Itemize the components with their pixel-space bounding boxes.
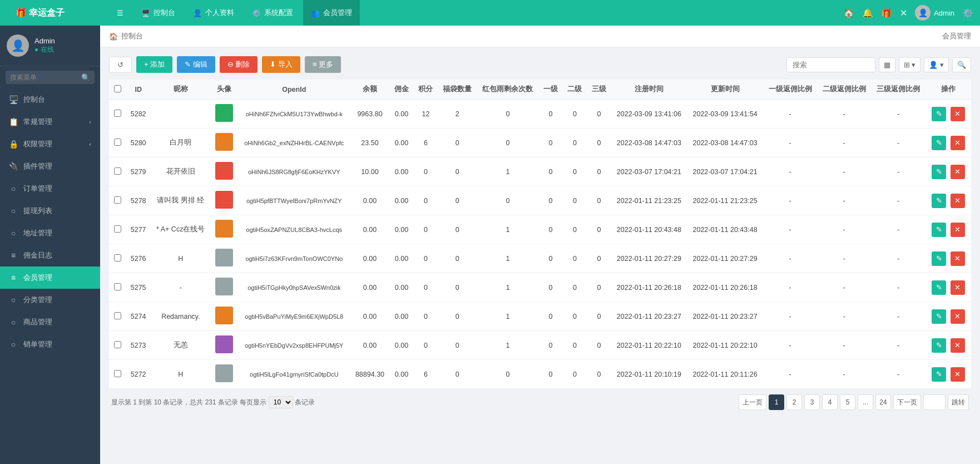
row-delete-button[interactable]: ✕ [951, 309, 965, 324]
row-select-checkbox[interactable] [114, 341, 121, 348]
sidebar-item-general[interactable]: 📋 常规管理 ‹ [0, 111, 100, 133]
grid-view-button[interactable]: ▦ [879, 57, 895, 72]
row-edit-button[interactable]: ✎ [932, 194, 946, 208]
row-edit-button[interactable]: ✎ [932, 367, 946, 382]
page-1-button[interactable]: 1 [769, 394, 784, 410]
row-edit-button[interactable]: ✎ [932, 251, 946, 266]
sidebar-item-address[interactable]: ○ 地址管理 [0, 222, 100, 244]
gift-icon[interactable]: 🎁 [881, 8, 892, 18]
sidebar-item-products[interactable]: ○ 商品管理 [0, 311, 100, 333]
page-5-button[interactable]: 5 [840, 394, 855, 410]
row-delete-button[interactable]: ✕ [951, 194, 965, 208]
row-edit-button[interactable]: ✎ [932, 223, 946, 237]
row-edit-button[interactable]: ✎ [932, 309, 946, 324]
sidebar-item-categories[interactable]: ○ 分类管理 [0, 289, 100, 311]
row-edit-button[interactable]: ✎ [932, 280, 946, 295]
row-checkbox [109, 244, 126, 273]
table-row: 5272 H ogtiH5lLgFo41gmyriSfCa0tpDcU 8889… [109, 360, 971, 389]
row-id: 5273 [126, 331, 151, 360]
sidebar-item-withdraw[interactable]: ○ 提现列表 [0, 200, 100, 222]
row-delete-button[interactable]: ✕ [951, 251, 965, 266]
sidebar-item-sales[interactable]: ○ 销单管理 [0, 333, 100, 356]
admin-label: Admin [934, 9, 954, 17]
row-delete-button[interactable]: ✕ [951, 107, 965, 121]
column-toggle-button[interactable]: ⊞ ▾ [899, 57, 921, 72]
row-bags: 0 [438, 157, 477, 186]
row-select-checkbox[interactable] [114, 312, 121, 319]
row-edit-button[interactable]: ✎ [932, 136, 946, 150]
close-icon[interactable]: ✕ [900, 8, 907, 18]
per-page-select[interactable]: 10 20 50 [269, 396, 293, 408]
bell-icon[interactable]: 🔔 [862, 8, 873, 18]
user-area[interactable]: 👤 Admin [915, 5, 954, 21]
row-delete-button[interactable]: ✕ [951, 165, 965, 179]
withdraw-menu-icon: ○ [9, 206, 18, 215]
jump-button[interactable]: 跳转 [948, 394, 969, 410]
nav-members[interactable]: 👥 会员管理 [303, 0, 360, 26]
row-regtime: 2022-01-11 20:26:18 [611, 273, 687, 302]
nav-sysconfig[interactable]: ⚙️ 系统配置 [244, 0, 301, 26]
row-edit-button[interactable]: ✎ [932, 338, 946, 353]
page-4-button[interactable]: 4 [822, 394, 838, 410]
row-level2: 0 [563, 215, 587, 244]
row-select-checkbox[interactable] [114, 370, 121, 377]
row-ratio2: - [817, 186, 871, 215]
row-select-checkbox[interactable] [114, 254, 121, 261]
sidebar-item-orders[interactable]: ○ 订单管理 [0, 177, 100, 200]
more-button[interactable]: ≡ 更多 [305, 56, 341, 73]
row-select-checkbox[interactable] [114, 110, 121, 117]
sidebar-item-plugins[interactable]: 🔌 插件管理 [0, 155, 100, 177]
row-bags: 2 [438, 100, 477, 129]
search-input[interactable] [786, 57, 875, 72]
prev-page-button[interactable]: 上一页 [739, 394, 766, 410]
row-select-checkbox[interactable] [114, 139, 121, 146]
sidebar-item-dashboard[interactable]: 🖥️ 控制台 [0, 88, 100, 111]
page-2-button[interactable]: 2 [786, 394, 802, 410]
row-regtime: 2022-01-11 20:43:48 [611, 215, 687, 244]
page-jump-input[interactable] [923, 394, 946, 410]
home-icon[interactable]: 🏠 [843, 8, 854, 18]
row-commission: 0.00 [389, 157, 413, 186]
sidebar-user: 👤 Admin ● 在线 [0, 26, 100, 66]
add-button[interactable]: + 添加 [136, 56, 172, 73]
sidebar-item-members[interactable]: ≡ 会员管理 [0, 266, 100, 289]
row-delete-button[interactable]: ✕ [951, 223, 965, 237]
nav-dashboard[interactable]: 🖥️ 控制台 [133, 0, 183, 26]
nav-menu-toggle[interactable]: ☰ [109, 0, 131, 26]
row-bags: 0 [438, 273, 477, 302]
per-page-suffix: 条记录 [295, 398, 315, 406]
row-level3: 0 [587, 186, 611, 215]
row-balance: 0.00 [350, 302, 390, 331]
row-select-checkbox[interactable] [114, 225, 121, 233]
import-button[interactable]: ⬇ 导入 [262, 56, 300, 73]
edit-button[interactable]: ✎ 编辑 [177, 56, 215, 73]
row-balance: 0.00 [350, 186, 390, 215]
row-edit-button[interactable]: ✎ [932, 165, 946, 179]
col-commission: 佣金 [389, 80, 413, 100]
row-level3: 0 [587, 100, 611, 129]
page-3-button[interactable]: 3 [804, 394, 820, 410]
refresh-button[interactable]: ↺ [109, 57, 132, 73]
sidebar-search-icon[interactable]: 🔍 [81, 73, 90, 82]
next-page-button[interactable]: 下一页 [893, 394, 921, 410]
row-delete-button[interactable]: ✕ [951, 338, 965, 353]
row-select-checkbox[interactable] [114, 167, 121, 175]
select-all-checkbox[interactable] [114, 85, 121, 92]
row-select-checkbox[interactable] [114, 283, 121, 290]
row-select-checkbox[interactable] [114, 196, 121, 204]
row-delete-button[interactable]: ✕ [951, 280, 965, 295]
row-delete-button[interactable]: ✕ [951, 367, 965, 382]
row-updatetime: 2022-03-08 14:47:03 [687, 129, 763, 157]
orders-menu-icon: ○ [9, 184, 18, 193]
sidebar-item-permission[interactable]: 🔒 权限管理 ‹ [0, 133, 100, 155]
nav-profile[interactable]: 👤 个人资料 [185, 0, 242, 26]
search-execute-button[interactable]: 🔍 [952, 57, 971, 72]
row-points: 12 [414, 100, 438, 129]
settings-icon[interactable]: ⚙️ [962, 8, 973, 18]
user-filter-button[interactable]: 👤 ▾ [924, 57, 949, 72]
sidebar-item-commission[interactable]: ≡ 佣金日志 [0, 244, 100, 266]
page-24-button[interactable]: 24 [875, 394, 891, 410]
row-delete-button[interactable]: ✕ [951, 136, 965, 150]
delete-button[interactable]: ⊖ 删除 [220, 56, 258, 73]
row-edit-button[interactable]: ✎ [932, 107, 946, 121]
